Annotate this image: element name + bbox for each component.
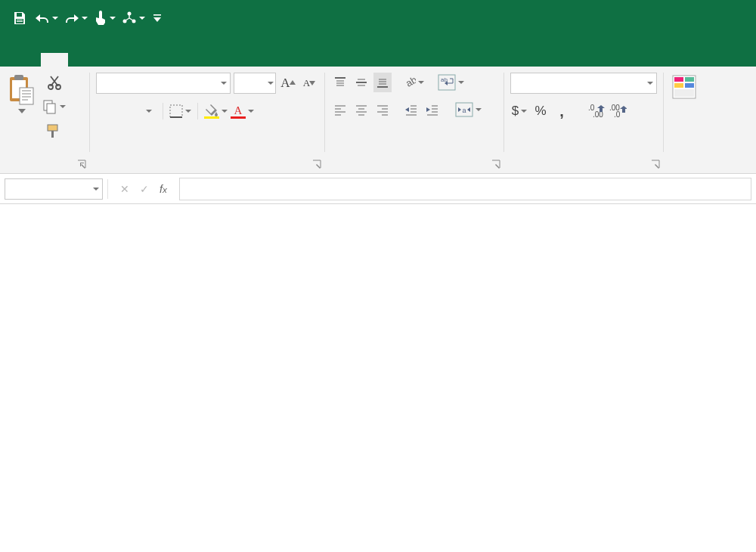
align-right-button[interactable] <box>373 100 392 119</box>
name-box[interactable] <box>5 178 103 200</box>
increase-decimal-button[interactable]: .0.00 <box>587 101 606 121</box>
font-size-combo[interactable] <box>234 73 276 94</box>
undo-button[interactable] <box>35 8 58 29</box>
svg-rect-17 <box>51 131 54 138</box>
paste-button[interactable] <box>6 73 38 113</box>
percent-style-button[interactable]: % <box>531 101 550 121</box>
ribbon: A A A ab <box>0 67 756 174</box>
borders-button[interactable] <box>169 101 191 121</box>
tab-data[interactable] <box>177 53 204 67</box>
dialog-launcher-icon[interactable] <box>491 160 500 169</box>
svg-rect-20 <box>204 116 219 119</box>
increase-indent-button[interactable] <box>423 100 442 119</box>
tab-formulas[interactable] <box>150 53 177 67</box>
font-color-button[interactable]: A <box>231 101 254 121</box>
cut-button[interactable] <box>42 73 66 92</box>
dialog-launcher-icon[interactable] <box>651 160 660 169</box>
wrap-text-button[interactable]: ab <box>438 73 464 92</box>
svg-rect-7 <box>153 14 161 16</box>
quick-access-toolbar <box>11 8 163 29</box>
svg-text:ab: ab <box>404 76 416 89</box>
number-format-combo[interactable] <box>510 73 657 94</box>
underline-button[interactable] <box>138 101 156 121</box>
redo-button[interactable] <box>64 8 88 29</box>
svg-rect-10 <box>14 75 23 80</box>
group-font: A A A <box>90 67 324 173</box>
svg-rect-0 <box>17 13 22 17</box>
format-painter-button[interactable] <box>42 121 66 141</box>
align-left-button[interactable] <box>331 100 349 119</box>
svg-rect-68 <box>674 89 694 97</box>
customize-qat-button[interactable] <box>151 8 163 29</box>
enter-formula-icon[interactable]: ✓ <box>140 183 149 195</box>
italic-button[interactable] <box>117 101 135 121</box>
svg-rect-64 <box>674 77 683 82</box>
svg-point-4 <box>128 12 132 16</box>
conditional-formatting-button[interactable] <box>670 73 699 112</box>
align-top-button[interactable] <box>331 73 349 92</box>
tab-home[interactable] <box>41 53 68 67</box>
tab-view[interactable] <box>231 53 259 67</box>
copy-button[interactable] <box>42 97 66 116</box>
group-styles <box>664 67 756 173</box>
tab-file[interactable] <box>14 53 41 67</box>
group-clipboard <box>0 67 89 173</box>
fx-icon[interactable]: fx <box>160 183 167 195</box>
tab-insert[interactable] <box>68 53 95 67</box>
svg-text:A: A <box>234 104 243 116</box>
tab-page-layout[interactable] <box>122 53 150 67</box>
ribbon-tabs <box>0 36 756 67</box>
svg-rect-65 <box>685 77 694 82</box>
comma-style-button[interactable]: , <box>553 101 571 121</box>
tab-draw[interactable] <box>95 53 122 67</box>
dialog-launcher-icon[interactable] <box>77 160 86 169</box>
align-middle-button[interactable] <box>352 73 370 92</box>
tab-developer[interactable] <box>259 53 286 67</box>
accounting-format-button[interactable]: $ <box>510 101 528 121</box>
decrease-indent-button[interactable] <box>402 100 420 119</box>
align-center-button[interactable] <box>352 100 370 119</box>
qat-extra-button[interactable] <box>122 8 145 29</box>
save-icon[interactable] <box>11 8 29 29</box>
svg-rect-15 <box>47 104 55 113</box>
bold-button[interactable] <box>96 101 114 121</box>
decrease-decimal-button[interactable]: .00.0 <box>609 101 627 121</box>
font-name-combo[interactable] <box>96 73 231 94</box>
align-bottom-button[interactable] <box>373 73 392 92</box>
svg-rect-18 <box>170 105 182 117</box>
svg-text:.0: .0 <box>614 110 621 119</box>
group-number: $ % , .0.00 .00.0 <box>504 67 663 173</box>
dialog-launcher-icon[interactable] <box>312 160 321 169</box>
svg-rect-16 <box>48 125 57 131</box>
cancel-formula-icon[interactable]: ✕ <box>120 183 129 195</box>
shrink-font-button[interactable]: A <box>300 73 318 93</box>
svg-rect-3 <box>17 21 23 22</box>
svg-rect-67 <box>685 83 694 88</box>
chevron-down-icon <box>18 109 26 113</box>
tab-review[interactable] <box>204 53 231 67</box>
svg-rect-66 <box>674 83 683 88</box>
grow-font-button[interactable]: A <box>279 73 297 93</box>
svg-rect-2 <box>17 20 23 20</box>
svg-text:a: a <box>462 107 466 114</box>
formula-input[interactable] <box>179 178 751 200</box>
orientation-button[interactable]: ab <box>402 73 424 92</box>
formula-bar: ✕ ✓ fx <box>0 174 756 204</box>
title-bar <box>0 0 756 36</box>
svg-rect-11 <box>20 88 33 104</box>
fill-color-button[interactable] <box>204 101 228 121</box>
merge-center-button[interactable]: a <box>455 100 482 119</box>
touch-mode-button[interactable] <box>94 8 116 29</box>
svg-rect-22 <box>231 116 246 119</box>
group-alignment: ab ab a <box>325 67 503 173</box>
